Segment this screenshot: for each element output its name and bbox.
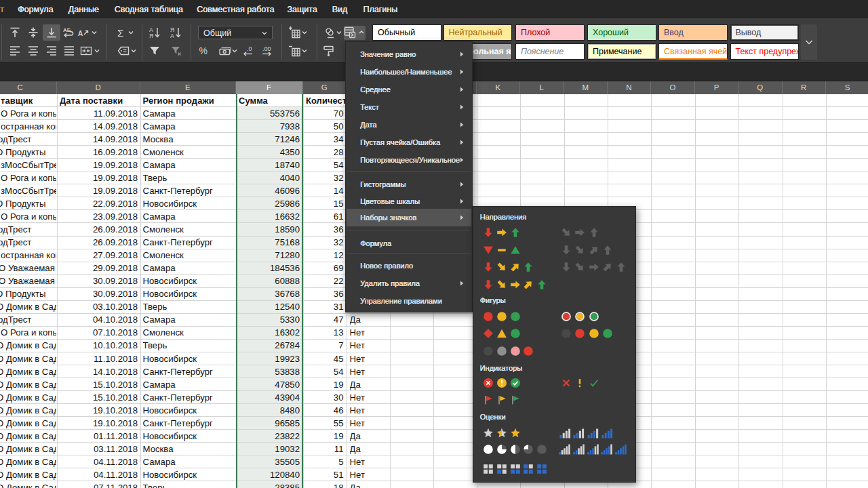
flag-yellow-icon[interactable]	[496, 394, 507, 405]
cell-C23[interactable]: О Домик в Саду	[0, 378, 56, 391]
flag-green-icon[interactable]	[510, 394, 521, 405]
tab-плагины[interactable]: Плагины	[363, 0, 397, 18]
cell-D19[interactable]: 07.10.2018	[57, 326, 138, 339]
cell-G1[interactable]: Количество	[306, 94, 346, 107]
cell-C1[interactable]: тавщик	[0, 94, 57, 107]
cell-G15[interactable]: 22	[303, 274, 344, 287]
bars5-3-icon[interactable]	[587, 444, 599, 455]
cell-D12[interactable]: 26.09.2018	[57, 236, 138, 249]
cell-E29[interactable]: Самара	[143, 455, 235, 468]
arrow-right-gray-icon[interactable]	[589, 262, 599, 272]
cell-D30[interactable]: 04.11.2018	[57, 468, 138, 481]
cell-G25[interactable]: 46	[303, 404, 344, 417]
cell-F12[interactable]: 75168	[236, 236, 300, 249]
star-half-icon[interactable]	[496, 428, 507, 439]
cell-E27[interactable]: Новосибирск	[143, 430, 235, 443]
cell-H30[interactable]: Нет	[350, 468, 389, 481]
chevron-down-icon[interactable]	[336, 24, 342, 41]
cell-F11[interactable]: 18590	[236, 223, 300, 236]
cell-E10[interactable]: Самара	[143, 210, 235, 223]
cell-E26[interactable]: Санкт-Петербург	[143, 417, 235, 430]
cell-C27[interactable]: О Домик в Саду	[0, 430, 56, 443]
cell-G16[interactable]: 36	[303, 287, 344, 300]
cell-style-r1-5[interactable]: Вывод	[730, 24, 800, 41]
cell-G22[interactable]: 54	[303, 365, 344, 378]
cell-G30[interactable]: 51	[303, 468, 344, 481]
warning-triangle-yellow-icon[interactable]	[496, 328, 507, 339]
cell-C31[interactable]: О Домик в Саду	[0, 481, 56, 488]
cell-G24[interactable]: 30	[303, 391, 344, 404]
boxes-4-icon[interactable]	[536, 464, 547, 474]
cell-E3[interactable]: Самара	[143, 120, 235, 133]
cell-G5[interactable]: 28	[303, 146, 344, 159]
cell-E5[interactable]: Смоленск	[143, 146, 235, 159]
cell-G23[interactable]: 19	[303, 378, 344, 391]
cell-G2[interactable]: 70	[303, 107, 344, 120]
cell-C21[interactable]: О Домик в Саду	[0, 352, 56, 365]
cell-D27[interactable]: 01.11.2018	[57, 430, 138, 443]
star-empty-icon[interactable]	[483, 428, 494, 439]
arrow-up-green-icon[interactable]	[536, 279, 547, 290]
chevron-down-icon[interactable]	[94, 43, 100, 59]
cell-C7[interactable]: О Рога и копыта	[0, 171, 56, 184]
valign-bottom-button[interactable]	[43, 24, 60, 41]
cell-F22[interactable]: 53838	[236, 365, 300, 378]
cell-F3[interactable]: 7938	[236, 120, 300, 133]
cell-D13[interactable]: 27.09.2018	[57, 249, 138, 262]
sort-za-button[interactable]: ЯА	[167, 24, 184, 41]
cross-red-icon[interactable]	[561, 378, 572, 388]
cell-C9[interactable]: О Продукты	[0, 197, 56, 210]
column-header-D[interactable]: D	[57, 81, 141, 94]
arrow-ne-yellow-icon[interactable]	[523, 279, 534, 290]
cell-E13[interactable]: Смоленск	[143, 249, 235, 262]
arrow-right-gray-icon[interactable]	[574, 227, 585, 238]
cell-C30[interactable]: О Домик в Саду	[0, 468, 56, 481]
circle-green-icon[interactable]	[510, 311, 521, 322]
cell-D28[interactable]: 03.11.2018	[57, 443, 138, 455]
check-green-icon[interactable]	[589, 378, 599, 388]
cell-style-r1-2[interactable]: Плохой	[515, 24, 585, 41]
align-right-button[interactable]	[43, 43, 60, 59]
cell-D9[interactable]: 22.09.2018	[57, 197, 138, 210]
cell-E14[interactable]: Самара	[143, 262, 235, 274]
cell-G6[interactable]: 54	[303, 159, 344, 171]
cell-F27[interactable]: 23822	[236, 430, 300, 443]
cell-C13[interactable]: остранная компа	[0, 249, 56, 262]
cell-F5[interactable]: 4350	[236, 146, 300, 159]
cell-C17[interactable]: О Домик в Саду	[0, 300, 56, 313]
quarters-4-icon[interactable]	[483, 444, 494, 455]
cell-F18[interactable]: 5330	[236, 313, 300, 326]
cell-F17[interactable]: 12540	[236, 300, 300, 313]
clear-filter-button[interactable]	[167, 43, 185, 59]
menu-item-текст[interactable]: Текст	[347, 98, 471, 116]
cell-style-r1-4[interactable]: Ввод	[658, 24, 728, 41]
cell-C2[interactable]: О Рога и копыта	[0, 107, 56, 120]
cell-E4[interactable]: Москва	[143, 133, 235, 146]
cell-style-r2-5[interactable]: Текст предупреждения	[730, 43, 800, 60]
tab-совместная-работа[interactable]: Совместная работа	[197, 0, 274, 18]
cell-E19[interactable]: Смоленск	[143, 326, 235, 339]
menu-item-удалить-правила[interactable]: Удалить правила	[347, 274, 471, 292]
arrow-up-gray-icon[interactable]	[616, 262, 627, 272]
column-header-K[interactable]: K	[477, 81, 521, 94]
styles-gallery-more-button[interactable]	[801, 24, 817, 60]
cell-F29[interactable]: 35505	[236, 455, 300, 468]
cell-H23[interactable]: Да	[350, 378, 389, 391]
cell-C15[interactable]: О Уважаемая ко	[0, 274, 56, 287]
cell-F28[interactable]: 19032	[236, 443, 300, 455]
cell-E24[interactable]: Санкт-Петербург	[143, 391, 235, 404]
cell-D8[interactable]: 19.09.2018	[57, 184, 138, 197]
quarters-1-icon[interactable]	[523, 444, 534, 455]
column-header-C[interactable]: C	[0, 81, 57, 94]
circle-pink-icon[interactable]	[510, 346, 521, 357]
cell-G19[interactable]: 13	[303, 326, 344, 339]
cell-E18[interactable]: Самара	[143, 313, 235, 326]
cell-C25[interactable]: О Домик в Саду	[0, 404, 56, 417]
arrow-down-red-icon[interactable]	[483, 262, 494, 272]
arrow-down-gray-icon[interactable]	[561, 245, 572, 256]
menu-item-управление-правилами[interactable]: Управление правилами	[347, 292, 471, 310]
cell-G28[interactable]: 11	[303, 443, 344, 455]
column-header-F[interactable]: F	[236, 81, 303, 94]
conditional-formatting-button[interactable]	[344, 26, 366, 40]
cell-G7[interactable]: 32	[303, 171, 344, 184]
